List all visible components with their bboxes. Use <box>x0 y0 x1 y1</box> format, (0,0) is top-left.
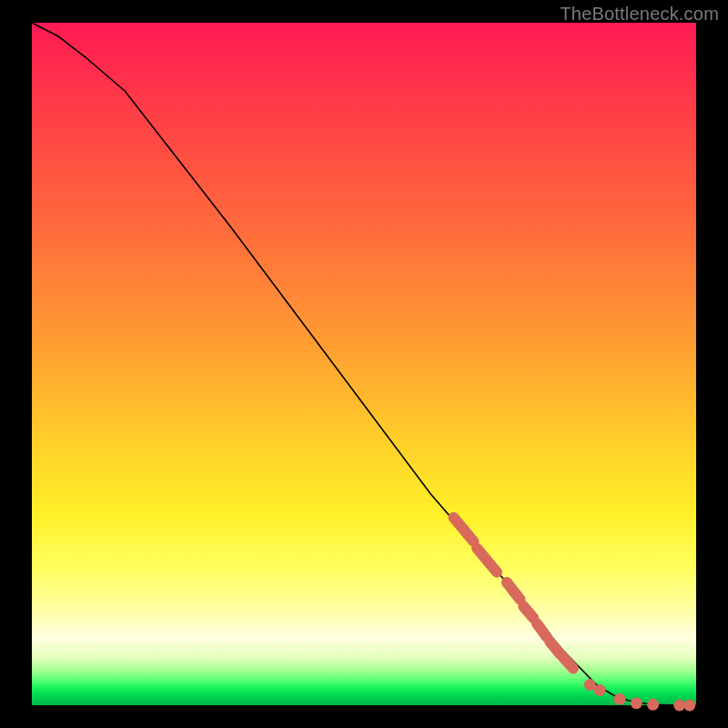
marker-segment <box>507 582 521 600</box>
watermark-text: TheBottleneck.com <box>560 4 719 25</box>
chart-svg <box>32 23 696 705</box>
marker-point <box>647 699 659 711</box>
marker-segment <box>454 518 474 541</box>
marker-segment <box>523 606 533 618</box>
marker-segment <box>477 549 497 572</box>
data-markers <box>454 518 696 712</box>
chart-frame: TheBottleneck.com <box>0 0 728 728</box>
bottleneck-curve <box>32 23 696 705</box>
marker-segment <box>550 642 560 654</box>
marker-point <box>614 693 626 705</box>
marker-segment <box>563 658 573 669</box>
marker-point <box>584 679 596 691</box>
marker-segment <box>537 623 547 637</box>
marker-point <box>683 700 695 712</box>
chart-plot-area <box>32 23 696 705</box>
marker-point <box>594 684 606 696</box>
marker-point <box>631 697 642 709</box>
